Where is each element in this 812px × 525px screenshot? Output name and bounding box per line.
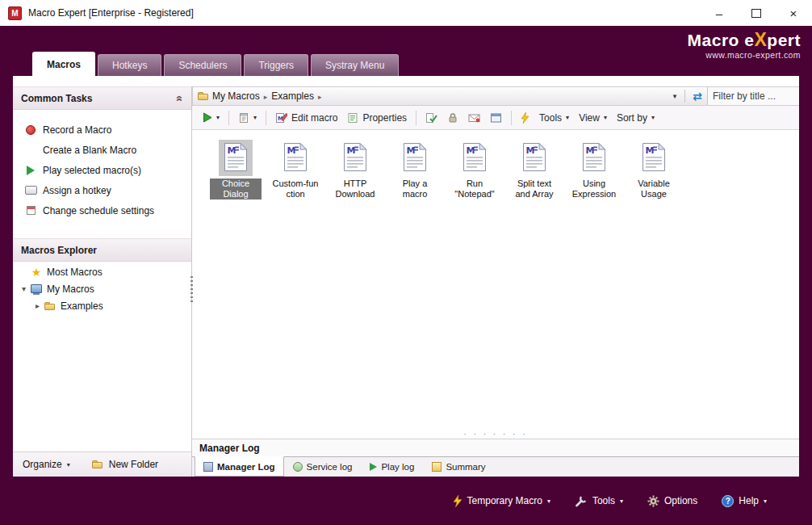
- lightning-icon: [453, 495, 463, 507]
- run-macro-caret-icon[interactable]: ▾: [216, 114, 220, 121]
- close-button[interactable]: ×: [775, 0, 812, 26]
- svg-text:M: M: [287, 145, 296, 156]
- options-button[interactable]: Options: [647, 495, 697, 507]
- breadcrumb-examples[interactable]: Examples: [269, 90, 316, 102]
- tab-systray-menu[interactable]: Systray Menu: [311, 54, 399, 76]
- breadcrumb-dropdown-icon[interactable]: ▾: [668, 92, 682, 100]
- summary-icon: [432, 462, 442, 472]
- macro-http-download[interactable]: MHTTP Download: [329, 140, 381, 200]
- chevron-right-icon[interactable]: ▸: [31, 301, 44, 310]
- sidebar-splitter-handle[interactable]: [190, 276, 193, 302]
- sidebar-footer: Organize ▾ New Folder: [13, 452, 191, 477]
- log-panel-title: Manager Log: [192, 439, 799, 456]
- macro-file-icon: M: [517, 140, 551, 176]
- folder-icon: [44, 300, 57, 313]
- task-create-a-blank-macro[interactable]: Create a Blank Macro: [13, 140, 191, 160]
- help-menu[interactable]: ? Help ▾: [722, 495, 767, 507]
- tab-macros[interactable]: Macros: [32, 52, 95, 76]
- task-record-a-macro[interactable]: Record a Macro: [13, 120, 191, 140]
- window-view-button[interactable]: [486, 110, 506, 126]
- macro-run-notepad[interactable]: MRun "Notepad": [449, 140, 500, 200]
- blank-icon: [24, 144, 37, 157]
- logo-prefix: Macro e: [688, 31, 755, 49]
- breadcrumb-my-macros[interactable]: My Macros: [210, 90, 262, 102]
- new-folder-button[interactable]: New Folder: [91, 458, 158, 471]
- macro-split-text-and-array[interactable]: MSplit text and Array: [509, 140, 560, 200]
- macros-explorer-header: Macros Explorer: [13, 238, 191, 262]
- notepad-icon: [238, 112, 249, 124]
- sort-by-menu-button[interactable]: Sort by ▾: [613, 110, 659, 126]
- tree-label: Examples: [61, 300, 103, 312]
- check-doc-icon: [425, 112, 437, 124]
- tab-triggers[interactable]: Triggers: [244, 54, 308, 76]
- breadcrumb-separator-line: [684, 90, 685, 103]
- log-splitter-handle[interactable]: · · · · · · ·: [192, 429, 799, 439]
- temporary-macro-label: Temporary Macro: [467, 495, 542, 506]
- logo-suffix: pert: [767, 31, 801, 49]
- new-folder-label: New Folder: [109, 459, 158, 470]
- tab-hotkeys[interactable]: Hotkeys: [98, 54, 161, 76]
- run-macro-button[interactable]: ▾: [199, 110, 224, 125]
- macro-file-icon: M: [458, 140, 492, 176]
- properties-button[interactable]: Properties: [343, 110, 411, 126]
- computer-icon: [30, 283, 43, 296]
- macro-custom-fun-ction[interactable]: MCustom-fun ction: [270, 140, 321, 200]
- log-tab-manager-log[interactable]: Manager Log: [195, 456, 284, 477]
- tools-menu[interactable]: Tools ▾: [575, 495, 623, 507]
- sidebar: Common Tasks « Record a MacroCreate a Bl…: [13, 86, 192, 477]
- macro-file-icon: M: [338, 140, 372, 176]
- log-tab-label: Service log: [307, 462, 353, 472]
- send-message-button[interactable]: [464, 110, 484, 126]
- collapse-panel-icon[interactable]: «: [174, 95, 186, 102]
- tab-schedulers[interactable]: Schedulers: [164, 54, 241, 76]
- view-menu-button[interactable]: View ▾: [575, 110, 611, 126]
- macros-explorer-title: Macros Explorer: [21, 245, 97, 256]
- tree-item-my-macros[interactable]: ▾My Macros: [13, 280, 191, 297]
- sort-by-caret-icon: ▾: [651, 114, 655, 121]
- svg-text:M: M: [228, 145, 236, 156]
- options-label: Options: [664, 495, 697, 506]
- macro-file-icon: M: [398, 140, 432, 176]
- tools-caret-icon: ▾: [620, 498, 623, 505]
- edit-macro-button[interactable]: M Edit macro: [271, 110, 341, 126]
- organize-button[interactable]: Organize ▾: [23, 459, 70, 470]
- macro-using-expression[interactable]: MUsing Expression: [568, 140, 620, 200]
- toolbar-separator: [228, 111, 229, 125]
- log-tab-label: Manager Log: [217, 462, 275, 472]
- temporary-macro-menu[interactable]: Temporary Macro ▾: [453, 495, 550, 507]
- chevron-down-icon[interactable]: ▾: [18, 284, 30, 293]
- task-play-selected-macro-s[interactable]: Play selected macro(s): [13, 160, 191, 180]
- macro-variable-usage[interactable]: MVariable Usage: [628, 140, 680, 200]
- sort-by-menu-label: Sort by: [617, 112, 647, 124]
- macro-choice-dialog[interactable]: MChoice Dialog: [210, 140, 262, 200]
- tools-menu-button[interactable]: Tools ▾: [535, 110, 573, 126]
- schedule-icon: [24, 204, 37, 217]
- new-macro-button[interactable]: ▾: [234, 110, 261, 126]
- manager-log-icon: [203, 462, 213, 472]
- lock-macro-button[interactable]: [443, 110, 463, 126]
- tree-item-examples[interactable]: ▸Examples: [13, 297, 191, 314]
- filter-by-title-input[interactable]: [707, 87, 799, 105]
- validate-macro-button[interactable]: [421, 110, 442, 126]
- new-macro-caret-icon[interactable]: ▾: [253, 114, 257, 121]
- view-menu-label: View: [579, 112, 600, 124]
- window-title: Macro Expert [Enterprise - Registered]: [28, 7, 194, 19]
- toolbar: ▾ ▾ M Edit macro Properties: [192, 106, 799, 130]
- minimize-button[interactable]: –: [701, 0, 738, 26]
- log-tab-play-log[interactable]: Play log: [361, 457, 423, 477]
- organize-caret-icon: ▾: [67, 461, 70, 468]
- log-tab-summary[interactable]: Summary: [423, 457, 494, 477]
- play-log-icon: [370, 463, 377, 471]
- macro-play-a-macro[interactable]: MPlay a macro: [389, 140, 441, 200]
- star-icon: [30, 266, 43, 279]
- svg-text:M: M: [407, 145, 416, 156]
- task-label: Record a Macro: [43, 124, 111, 136]
- task-change-schedule-settings[interactable]: Change schedule settings: [13, 200, 191, 220]
- maximize-button[interactable]: [738, 0, 775, 26]
- refresh-filter-icon[interactable]: ⇄: [688, 90, 707, 103]
- quick-run-button[interactable]: [517, 110, 534, 126]
- svg-text:M: M: [526, 145, 535, 156]
- tree-item-most-macros[interactable]: Most Macros: [13, 263, 191, 280]
- task-assign-a-hotkey[interactable]: Assign a hotkey: [13, 180, 191, 200]
- log-tab-service-log[interactable]: Service log: [284, 457, 362, 477]
